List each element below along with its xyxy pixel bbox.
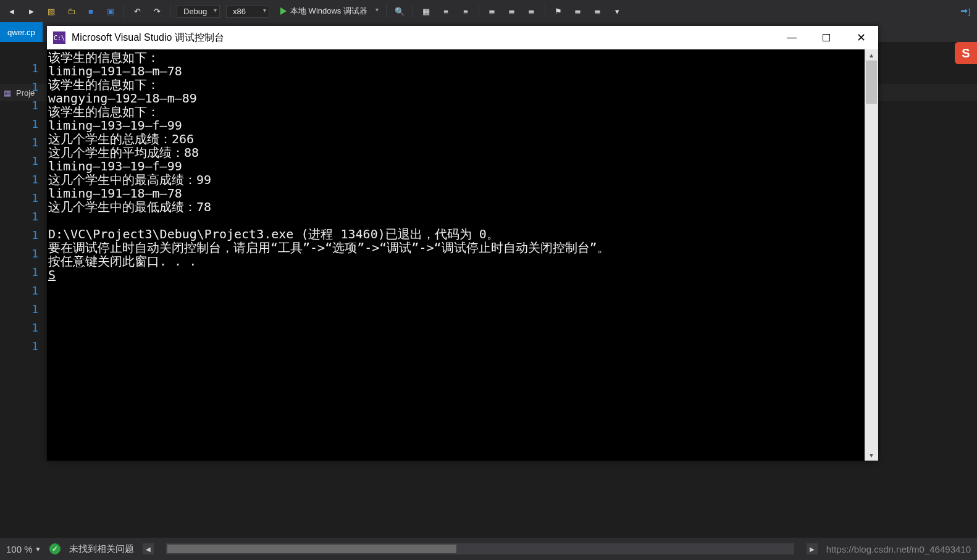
console-scrollbar[interactable]: ▲ ▼ [865,49,878,461]
chevron-down-icon: ▼ [35,546,41,553]
scroll-down-icon[interactable]: ▼ [865,449,878,461]
separator [170,4,170,18]
console-app-icon: C:\ [53,31,65,44]
align-icon[interactable]: ≣ [525,4,539,18]
minimize-button[interactable]: — [774,26,809,49]
align-icon[interactable]: ≣ [505,4,519,18]
panel-icon[interactable]: ▦ [419,4,433,18]
separator [413,4,413,18]
redo-icon[interactable]: ↷ [150,4,164,18]
sidebar-badge[interactable]: S [955,42,977,64]
file-tab[interactable]: qwer.cp [0,22,43,42]
list-icon[interactable]: ≣ [571,4,585,18]
separator [479,4,479,18]
align-icon[interactable]: ≣ [485,4,499,18]
zoom-control[interactable]: 100 % ▼ [6,544,41,554]
tab-label: qwer.cp [7,28,35,37]
badge-letter: S [962,46,970,61]
scroll-left-icon[interactable]: ◀ [143,543,154,554]
horizontal-scrollbar[interactable] [166,543,794,554]
status-bar: 100 % ▼ ✓ 未找到相关问题 ◀ ▶ https://blog.csdn.… [0,538,977,560]
separator [386,4,387,18]
maximize-button[interactable] [809,26,844,49]
issues-text[interactable]: 未找到相关问题 [69,543,134,555]
separator [545,4,545,18]
forward-icon[interactable]: ► [25,4,38,18]
back-icon[interactable]: ◄ [5,4,19,18]
save-all-icon[interactable]: ▣ [104,4,117,18]
search-icon[interactable]: 🔍 [393,4,406,18]
scroll-up-icon[interactable]: ▲ [865,49,878,61]
line-number-gutter: 1 1 1 1 1 1 1 1 1 1 1 1 1 1 1 1 [0,59,42,538]
indent-left-icon[interactable]: ≡ [439,4,453,18]
debug-console-window: C:\ Microsoft Visual Studio 调试控制台 — ✕ 该学… [47,26,878,461]
config-dropdown[interactable]: Debug [177,5,220,18]
overflow-icon[interactable]: ⮕] [958,4,972,18]
chevron-down-icon[interactable]: ▾ [611,4,624,18]
bookmark-icon[interactable]: ⚑ [551,4,565,18]
indent-right-icon[interactable]: ≡ [459,4,472,18]
save-icon[interactable]: ■ [84,4,98,18]
scroll-thumb[interactable] [167,545,456,553]
close-button[interactable]: ✕ [844,26,878,49]
console-body[interactable]: 该学生的信息如下： liming—191—18—m—78 该学生的信息如下： w… [47,49,878,461]
console-output: 该学生的信息如下： liming—191—18—m—78 该学生的信息如下： w… [48,51,865,459]
zoom-value: 100 % [6,544,33,554]
list-icon[interactable]: ≣ [591,4,605,18]
console-title: Microsoft Visual Studio 调试控制台 [72,31,774,44]
status-url: https://blog.csdn.net/m0_46493410 [826,544,971,554]
console-titlebar[interactable]: C:\ Microsoft Visual Studio 调试控制台 — ✕ [47,26,878,49]
new-file-icon[interactable]: ▧ [44,4,58,18]
scroll-thumb[interactable] [866,61,877,104]
undo-icon[interactable]: ↶ [130,4,144,18]
vs-top-toolbar: ◄ ► ▧ 🗀 ■ ▣ ↶ ↷ Debug x86 本地 Windows 调试器… [0,0,977,22]
check-icon: ✓ [49,543,61,554]
run-debug-button[interactable]: 本地 Windows 调试器 [275,4,380,18]
separator [124,4,124,18]
open-folder-icon[interactable]: 🗀 [64,4,78,18]
scroll-right-icon[interactable]: ▶ [807,543,818,554]
platform-dropdown[interactable]: x86 [226,5,269,18]
